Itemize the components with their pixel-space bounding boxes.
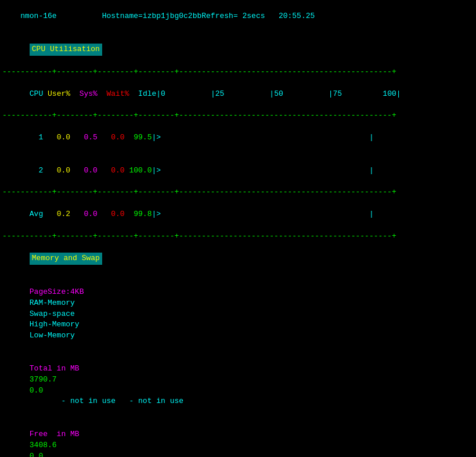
cpu-row-2: 2 0.0 0.0 0.0 100.0|> | [0,154,476,188]
memory-total-line: Total in MB 3790.7 0.0 - not in use - no… [0,352,476,418]
screen: nmon-16e Hostname=izbp1jbg0c2bbRefresh= … [0,0,476,457]
cpu-avg: Avg 0.2 0.0 0.0 99.8|> | [0,198,476,231]
cpu-section-header-line: CPU Utilisation [0,33,476,67]
cpu-header: CPU User% Sys% Wait% Idle|0 |25 |50 |75 … [0,78,476,111]
memory-pagesize-line: PageSize:4KB RAM-Memory Swap-space High-… [0,276,476,352]
cpu-separator-4: -----------+--------+--------+--------+-… [0,231,476,242]
title-bar: nmon-16e Hostname=izbp1jbg0c2bbRefresh= … [0,0,476,33]
cpu-separator-3: -----------+--------+--------+--------+-… [0,187,476,198]
cpu-section-label: CPU Utilisation [30,44,102,56]
cpu-section: CPU Utilisation -----------+--------+---… [0,33,476,242]
memory-section: Memory and Swap PageSize:4KB RAM-Memory … [0,242,476,457]
memory-section-label: Memory and Swap [30,253,102,265]
title-text: nmon-16e Hostname=izbp1jbg0c2bbRefresh= … [20,12,315,20]
memory-free-line: Free in MB 3408.6 0.0 [0,418,476,457]
cpu-separator-1: -----------+--------+--------+--------+-… [0,67,476,78]
cpu-row-1: 1 0.0 0.5 0.0 99.5|> | [0,121,476,154]
memory-section-header-line: Memory and Swap [0,242,476,276]
cpu-separator-2: -----------+--------+--------+--------+-… [0,110,476,121]
